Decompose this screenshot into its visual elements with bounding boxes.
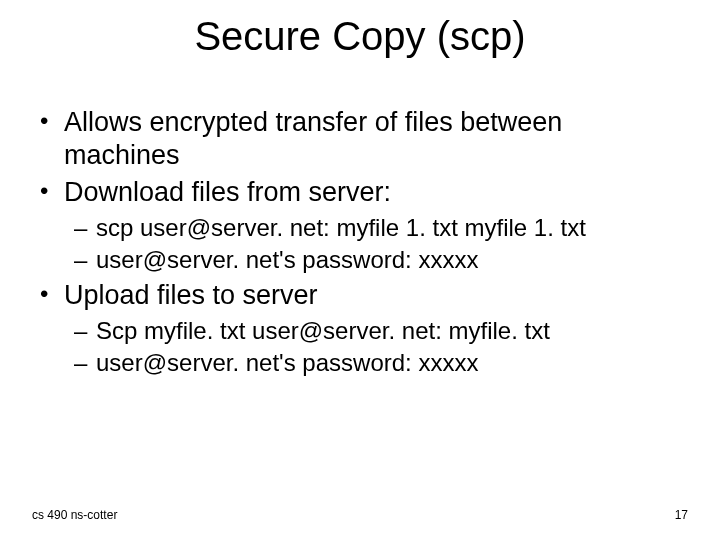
slide: Secure Copy (scp) Allows encrypted trans… xyxy=(0,0,720,540)
bullet-level1: Download files from server: xyxy=(36,176,684,209)
bullet-level2: scp user@server. net: myfile 1. txt myfi… xyxy=(36,213,684,243)
slide-title: Secure Copy (scp) xyxy=(0,14,720,59)
bullet-level1: Allows encrypted transfer of files betwe… xyxy=(36,106,684,172)
bullet-level2: Scp myfile. txt user@server. net: myfile… xyxy=(36,316,684,346)
bullet-level1: Upload files to server xyxy=(36,279,684,312)
slide-number: 17 xyxy=(675,508,688,522)
slide-body: Allows encrypted transfer of files betwe… xyxy=(36,106,684,380)
bullet-level2: user@server. net's password: xxxxx xyxy=(36,245,684,275)
footer-left: cs 490 ns-cotter xyxy=(32,508,117,522)
bullet-level2: user@server. net's password: xxxxx xyxy=(36,348,684,378)
